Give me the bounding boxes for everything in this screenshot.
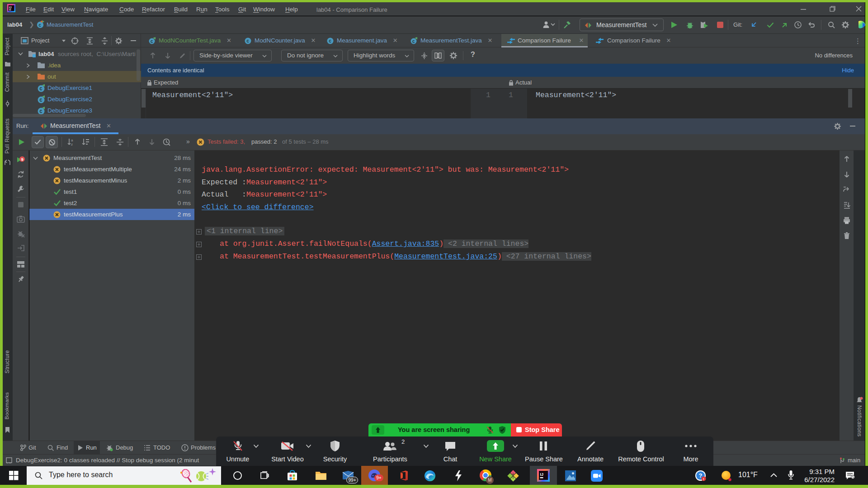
svg-text:C: C [412,40,415,44]
svg-text:C: C [247,39,250,44]
svg-text:C: C [38,23,41,28]
svg-text:IJ: IJ [540,472,544,477]
svg-text:!: ! [703,477,704,481]
svg-text:IJ: IJ [9,6,12,9]
svg-text:C: C [151,40,153,44]
svg-text:C: C [40,98,42,103]
svg-text:a: a [71,138,73,142]
svg-text:C: C [329,39,332,44]
svg-text:9: 9 [21,157,24,162]
svg-text:C: C [40,87,42,92]
svg-text:z: z [71,142,73,146]
